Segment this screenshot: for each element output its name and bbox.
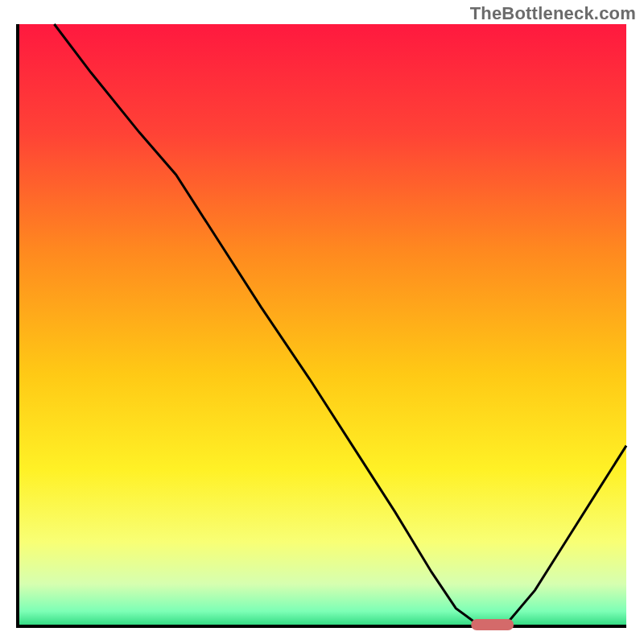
optimal-marker <box>471 619 514 630</box>
plot-area <box>18 24 626 626</box>
bottleneck-chart <box>0 0 644 644</box>
chart-container: TheBottleneck.com <box>0 0 644 644</box>
